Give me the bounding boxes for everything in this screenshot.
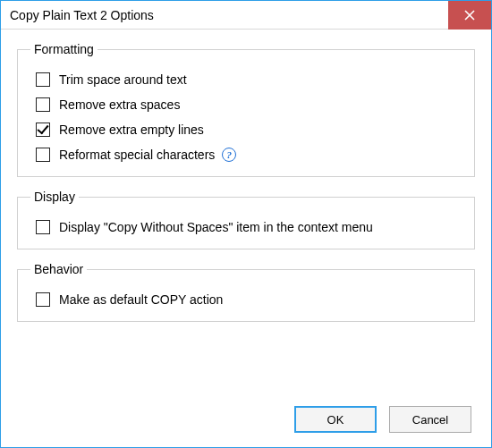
checkbox-context-menu[interactable] bbox=[36, 220, 50, 234]
checkbox-remove-empty-lines[interactable] bbox=[36, 123, 50, 137]
help-icon[interactable]: ? bbox=[222, 148, 236, 162]
group-formatting-legend: Formatting bbox=[30, 42, 98, 56]
label-remove-extra-spaces[interactable]: Remove extra spaces bbox=[59, 97, 180, 112]
checkbox-default-copy[interactable] bbox=[36, 292, 50, 307]
group-display-legend: Display bbox=[30, 190, 79, 204]
option-trim-space: Trim space around text bbox=[36, 72, 462, 87]
group-behavior: Behavior Make as default COPY action bbox=[17, 262, 475, 322]
dialog-content: Formatting Trim space around text Remove… bbox=[1, 30, 491, 345]
titlebar: Copy Plain Text 2 Options bbox=[1, 1, 491, 30]
group-display: Display Display "Copy Without Spaces" it… bbox=[17, 190, 475, 249]
cancel-button[interactable]: Cancel bbox=[389, 406, 471, 433]
option-context-menu: Display "Copy Without Spaces" item in th… bbox=[36, 220, 462, 234]
option-reformat-special: Reformat special characters ? bbox=[36, 148, 462, 162]
close-button[interactable] bbox=[448, 1, 491, 30]
label-default-copy[interactable]: Make as default COPY action bbox=[59, 292, 223, 307]
window-title: Copy Plain Text 2 Options bbox=[10, 8, 154, 22]
option-remove-extra-spaces: Remove extra spaces bbox=[36, 97, 462, 112]
option-default-copy: Make as default COPY action bbox=[36, 292, 462, 307]
group-formatting: Formatting Trim space around text Remove… bbox=[17, 42, 475, 177]
dialog-buttons: OK Cancel bbox=[294, 406, 471, 433]
label-remove-empty-lines[interactable]: Remove extra empty lines bbox=[59, 123, 204, 137]
checkbox-remove-extra-spaces[interactable] bbox=[36, 97, 50, 112]
close-icon bbox=[464, 10, 475, 21]
label-reformat-special[interactable]: Reformat special characters bbox=[59, 148, 215, 162]
options-dialog: Copy Plain Text 2 Options Formatting Tri… bbox=[0, 0, 492, 448]
option-remove-empty-lines: Remove extra empty lines bbox=[36, 123, 462, 137]
group-behavior-legend: Behavior bbox=[30, 262, 87, 276]
label-context-menu[interactable]: Display "Copy Without Spaces" item in th… bbox=[59, 220, 373, 234]
ok-button[interactable]: OK bbox=[294, 406, 377, 433]
checkbox-trim-space[interactable] bbox=[36, 72, 50, 87]
checkbox-reformat-special[interactable] bbox=[36, 148, 50, 162]
label-trim-space[interactable]: Trim space around text bbox=[59, 72, 187, 87]
